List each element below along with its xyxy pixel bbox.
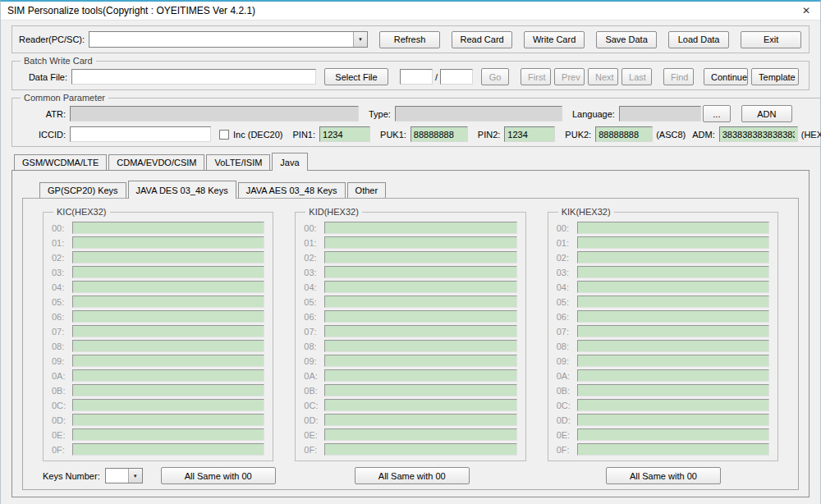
key-row: 03:: [304, 266, 516, 278]
load-data-button[interactable]: Load Data: [668, 31, 729, 48]
inc-checkbox[interactable]: [219, 130, 229, 140]
kid-key-input-00[interactable]: [324, 222, 516, 234]
kic-key-input-0E[interactable]: [72, 428, 264, 441]
select-file-button[interactable]: Select File: [324, 68, 388, 85]
read-card-button[interactable]: Read Card: [452, 31, 512, 48]
kik-key-input-04[interactable]: [577, 281, 769, 293]
java-tab-panel: GP(SCP20) Keys JAVA DES 03_48 Keys JAVA …: [11, 170, 810, 497]
reader-combobox[interactable]: ▼: [89, 31, 368, 48]
puk2-label: PUK2:: [565, 130, 591, 140]
kic-key-input-05[interactable]: [72, 296, 264, 308]
kid-key-input-09[interactable]: [324, 355, 516, 367]
kik-key-input-0E[interactable]: [577, 428, 769, 441]
tab-java[interactable]: Java: [272, 153, 307, 171]
kik-key-input-07[interactable]: [577, 325, 769, 337]
puk1-field[interactable]: [410, 126, 468, 142]
kid-key-input-0F[interactable]: [324, 443, 516, 456]
kik-key-input-0C[interactable]: [577, 399, 769, 411]
kik-key-input-05[interactable]: [577, 296, 769, 308]
tab-cdma-evdo-csim[interactable]: CDMA/EVDO/CSIM: [108, 154, 204, 170]
kid-key-input-08[interactable]: [324, 340, 516, 352]
kic-key-input-0C[interactable]: [72, 399, 264, 411]
key-row-label: 0D:: [557, 415, 577, 425]
tab-java-des-keys[interactable]: JAVA DES 03_48 Keys: [128, 181, 236, 199]
find-button: Find: [663, 68, 694, 85]
kid-key-input-02[interactable]: [324, 251, 516, 263]
kik-key-input-00[interactable]: [577, 222, 769, 234]
kik-key-input-0D[interactable]: [577, 414, 769, 426]
kid-key-input-0C[interactable]: [324, 399, 516, 411]
adn-button[interactable]: ADN: [741, 105, 792, 122]
reader-combobox-value[interactable]: [89, 32, 353, 47]
kid-key-input-05[interactable]: [324, 296, 516, 308]
adm-field[interactable]: [719, 126, 798, 142]
language-browse-button[interactable]: ...: [703, 105, 731, 122]
kic-key-input-02[interactable]: [72, 251, 264, 263]
keys-number-combobox[interactable]: ▼: [105, 468, 143, 483]
page-current-input[interactable]: [400, 69, 433, 85]
kid-all-same-button[interactable]: All Same with 00: [355, 467, 470, 484]
key-row: 07:: [304, 325, 516, 337]
kik-key-input-0A[interactable]: [577, 369, 769, 382]
tab-java-aes-keys[interactable]: JAVA AES 03_48 Keys: [238, 182, 346, 198]
page-total-input[interactable]: [440, 69, 473, 85]
key-row: 02:: [557, 251, 769, 263]
kik-key-input-03[interactable]: [577, 266, 769, 278]
pin2-label: PIN2:: [478, 130, 501, 140]
kic-key-input-04[interactable]: [72, 281, 264, 293]
key-row: 0D:: [52, 414, 264, 426]
kid-key-input-06[interactable]: [324, 310, 516, 323]
kic-key-input-01[interactable]: [72, 236, 264, 249]
kid-key-input-04[interactable]: [324, 281, 516, 293]
data-file-input[interactable]: [71, 69, 316, 85]
kic-key-input-00[interactable]: [72, 222, 264, 234]
close-icon[interactable]: ✕: [792, 2, 820, 20]
keys-tab-strip: GP(SCP20) Keys JAVA DES 03_48 Keys JAVA …: [37, 181, 799, 198]
tab-volte-isim[interactable]: VoLTE/ISIM: [206, 154, 270, 170]
puk2-field[interactable]: [595, 126, 653, 142]
kid-key-input-0B[interactable]: [324, 384, 516, 396]
kic-key-input-0F[interactable]: [72, 443, 264, 456]
chevron-down-icon[interactable]: ▼: [128, 469, 142, 483]
kik-key-input-01[interactable]: [577, 236, 769, 249]
tab-gsm-wcdma-lte[interactable]: GSM/WCDMA/LTE: [14, 154, 107, 170]
refresh-button[interactable]: Refresh: [379, 31, 440, 48]
template-button[interactable]: Template: [751, 68, 799, 85]
pin1-label: PIN1:: [293, 130, 316, 140]
write-card-button[interactable]: Write Card: [524, 31, 585, 48]
kid-key-input-0D[interactable]: [324, 414, 516, 426]
kik-key-input-06[interactable]: [577, 310, 769, 323]
save-data-button[interactable]: Save Data: [596, 31, 657, 48]
kik-key-input-08[interactable]: [577, 340, 769, 352]
kid-key-input-03[interactable]: [324, 266, 516, 278]
kic-key-input-0B[interactable]: [72, 384, 264, 396]
kik-key-input-02[interactable]: [577, 251, 769, 263]
kic-all-same-button[interactable]: All Same with 00: [161, 467, 276, 484]
kic-key-input-06[interactable]: [72, 310, 264, 323]
kid-key-input-0E[interactable]: [324, 428, 516, 441]
pin1-field[interactable]: [319, 126, 370, 142]
iccid-input[interactable]: [70, 126, 211, 142]
kid-key-input-07[interactable]: [324, 325, 516, 337]
exit-button[interactable]: Exit: [741, 31, 801, 48]
key-row-label: 02:: [52, 253, 72, 263]
kid-key-input-01[interactable]: [324, 236, 516, 249]
kic-key-input-0A[interactable]: [72, 369, 264, 382]
tab-gp-scp20-keys[interactable]: GP(SCP20) Keys: [39, 182, 126, 198]
kic-key-input-07[interactable]: [72, 325, 264, 337]
kik-key-input-0F[interactable]: [577, 443, 769, 456]
continue-button[interactable]: Continue: [704, 68, 748, 85]
kik-all-same-button[interactable]: All Same with 00: [606, 467, 721, 484]
tab-other[interactable]: Other: [347, 182, 387, 198]
chevron-down-icon[interactable]: ▼: [353, 32, 367, 47]
kic-key-input-03[interactable]: [72, 266, 264, 278]
pin2-field[interactable]: [504, 126, 555, 142]
kik-key-input-0B[interactable]: [577, 384, 769, 396]
kic-key-input-08[interactable]: [72, 340, 264, 352]
kik-key-input-09[interactable]: [577, 355, 769, 367]
kic-key-input-09[interactable]: [72, 355, 264, 367]
kic-key-input-0D[interactable]: [72, 414, 264, 426]
kid-key-input-0A[interactable]: [324, 369, 516, 382]
keys-number-value[interactable]: [106, 469, 128, 483]
key-row: 07:: [557, 325, 769, 337]
